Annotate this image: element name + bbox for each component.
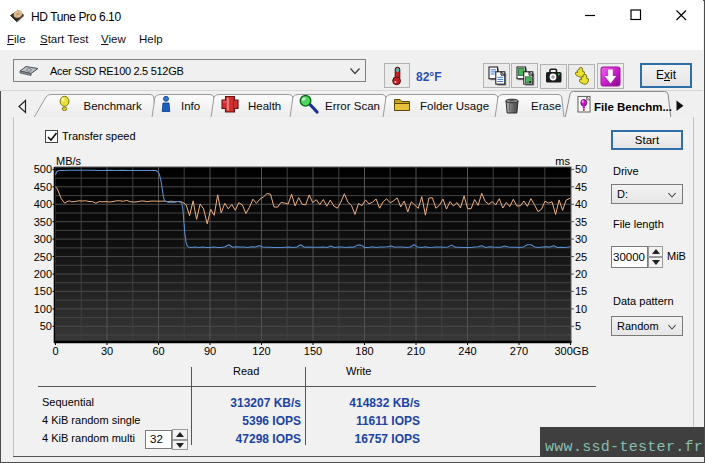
svg-text:0: 0 bbox=[52, 345, 58, 357]
svg-text:5: 5 bbox=[575, 320, 581, 332]
svg-text:20: 20 bbox=[575, 268, 587, 280]
svg-text:270: 270 bbox=[510, 345, 528, 357]
svg-text:150: 150 bbox=[304, 345, 322, 357]
svg-text:30: 30 bbox=[101, 345, 113, 357]
svg-text:500: 500 bbox=[34, 163, 52, 175]
svg-text:180: 180 bbox=[355, 345, 373, 357]
svg-text:Error Scan: Error Scan bbox=[325, 100, 380, 112]
svg-text:210: 210 bbox=[407, 345, 425, 357]
svg-text:ms: ms bbox=[555, 155, 570, 167]
svg-text:300GB: 300GB bbox=[555, 345, 589, 357]
svg-text:15: 15 bbox=[575, 285, 587, 297]
svg-text:90: 90 bbox=[204, 345, 216, 357]
svg-text:40: 40 bbox=[575, 198, 587, 210]
svg-text:60: 60 bbox=[152, 345, 164, 357]
svg-text:300: 300 bbox=[34, 233, 52, 245]
svg-text:File Benchm...: File Benchm... bbox=[594, 101, 672, 113]
svg-text:25: 25 bbox=[575, 251, 587, 263]
svg-text:45: 45 bbox=[575, 181, 587, 193]
svg-text:200: 200 bbox=[34, 268, 52, 280]
svg-text:Erase: Erase bbox=[531, 100, 561, 112]
svg-text:450: 450 bbox=[34, 181, 52, 193]
svg-text:250: 250 bbox=[34, 251, 52, 263]
svg-text:35: 35 bbox=[575, 216, 587, 228]
svg-text:Health: Health bbox=[248, 100, 281, 112]
svg-text:MB/s: MB/s bbox=[56, 155, 82, 167]
svg-text:400: 400 bbox=[34, 198, 52, 210]
svg-text:240: 240 bbox=[458, 345, 476, 357]
svg-text:50: 50 bbox=[575, 163, 587, 175]
svg-text:10: 10 bbox=[575, 303, 587, 315]
svg-text:120: 120 bbox=[252, 345, 270, 357]
svg-text:Benchmark: Benchmark bbox=[84, 100, 142, 112]
svg-text:Folder Usage: Folder Usage bbox=[420, 100, 489, 112]
svg-text:Info: Info bbox=[181, 100, 200, 112]
svg-text:350: 350 bbox=[34, 216, 52, 228]
svg-text:150: 150 bbox=[34, 285, 52, 297]
svg-text:30: 30 bbox=[575, 233, 587, 245]
svg-text:100: 100 bbox=[34, 303, 52, 315]
svg-text:50: 50 bbox=[40, 320, 52, 332]
